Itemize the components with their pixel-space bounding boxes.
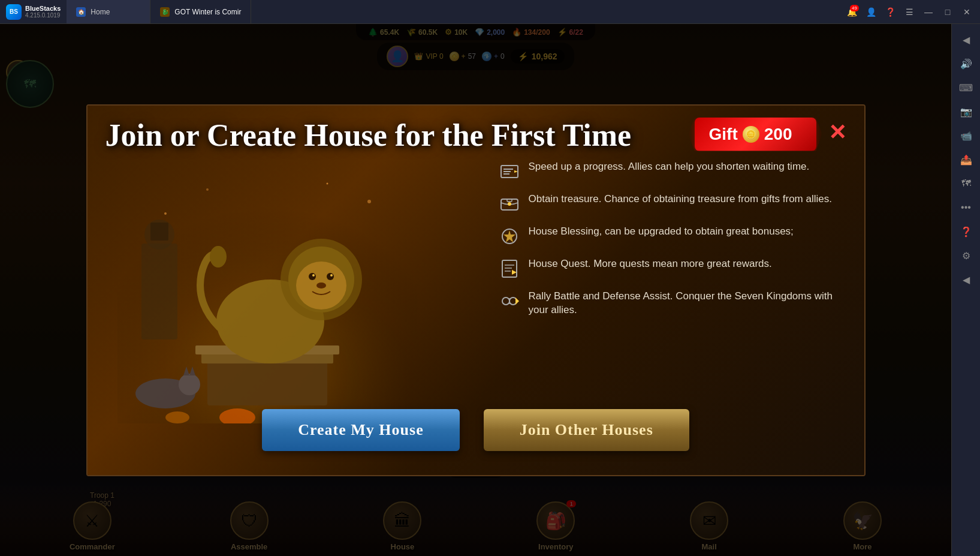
minimize-button[interactable]: —	[920, 4, 937, 20]
svg-point-8	[309, 273, 316, 280]
modal-dialog: Join or Create House for the First Time …	[86, 104, 866, 476]
blessing-icon	[499, 226, 520, 247]
feature-quest: House Quest. More quests mean more great…	[499, 257, 846, 279]
close-button[interactable]: ✕	[958, 4, 975, 20]
svg-marker-43	[512, 270, 517, 275]
feature-list: Speed up a progress. Allies can help you…	[499, 160, 846, 318]
home-tab-icon: 🏠	[76, 7, 86, 17]
feature-blessing: House Blessing, can be upgraded to obtai…	[499, 224, 846, 247]
svg-point-37	[508, 202, 511, 206]
right-sidebar: ◀ 🔊 ⌨ 📷 📹 📤 🗺 ••• ❓ ⚙ ◀	[951, 24, 980, 556]
svg-rect-1	[207, 357, 327, 405]
titlebar-controls: 🔔 49 👤 ❓ ☰ — □ ✕	[839, 4, 980, 20]
bluestacks-icon: BS	[6, 4, 22, 20]
svg-point-10	[312, 274, 315, 277]
svg-point-17	[179, 374, 200, 395]
sidebar-help-icon[interactable]: ❓	[955, 221, 977, 242]
feature-treasure-text: Obtain treasure. Chance of obtaining tre…	[529, 192, 846, 206]
got-tab-label: GOT Winter is Comir	[174, 8, 241, 16]
svg-point-14	[276, 336, 306, 354]
home-tab-label: Home	[91, 8, 110, 16]
tab-got[interactable]: 🐉 GOT Winter is Comir	[150, 0, 251, 23]
feature-rally: Rally Battle and Defense Assist. Conquer…	[499, 289, 846, 318]
bluestacks-logo: BS BlueStacks 4.215.0.1019	[0, 4, 67, 20]
gift-ribbon: Gift 🪙 200	[695, 118, 816, 151]
close-icon: ✕	[828, 120, 846, 145]
svg-point-11	[330, 274, 333, 277]
maximize-button[interactable]: □	[939, 4, 956, 20]
sidebar-settings-icon[interactable]: ⚙	[955, 245, 977, 266]
svg-point-9	[327, 273, 334, 280]
feature-rally-text: Rally Battle and Defense Assist. Conquer…	[529, 289, 846, 318]
create-house-button[interactable]: Create My House	[262, 409, 459, 451]
feature-treasure: Obtain treasure. Chance of obtaining tre…	[499, 192, 846, 215]
sidebar-expand-icon[interactable]: ◀	[955, 29, 977, 50]
menu-icon[interactable]: ☰	[901, 4, 918, 20]
svg-point-27	[367, 200, 371, 203]
notification-badge: 49	[850, 5, 859, 11]
svg-point-29	[206, 188, 209, 191]
sidebar-map-icon[interactable]: 🗺	[955, 173, 977, 194]
modal-overlay: Join or Create House for the First Time …	[0, 24, 951, 556]
quest-icon	[499, 258, 520, 279]
account-icon[interactable]: 👤	[863, 4, 879, 20]
svg-point-13	[228, 336, 258, 354]
svg-marker-48	[515, 297, 519, 305]
svg-point-26	[164, 212, 167, 215]
gift-amount: 200	[764, 125, 792, 144]
sidebar-screenshot-icon[interactable]: 📷	[955, 101, 977, 122]
modal-close-button[interactable]: ✕	[822, 118, 852, 148]
sidebar-volume-icon[interactable]: 🔊	[955, 53, 977, 74]
got-tab-icon: 🐉	[160, 7, 170, 17]
treasure-icon	[499, 193, 520, 215]
feature-speed-up: Speed up a progress. Allies can help you…	[499, 160, 846, 182]
tab-home[interactable]: 🏠 Home	[67, 0, 150, 23]
join-houses-button[interactable]: Join Other Houses	[484, 409, 689, 451]
gift-coin-icon: 🪙	[743, 126, 759, 143]
svg-rect-39	[502, 260, 517, 277]
app-version: 4.215.0.1019	[25, 12, 61, 19]
svg-rect-36	[507, 199, 512, 202]
titlebar: BS BlueStacks 4.215.0.1019 🏠 Home 🐉 GOT …	[0, 0, 980, 24]
feature-speed-up-text: Speed up a progress. Allies can help you…	[529, 160, 846, 174]
speed-up-icon	[499, 161, 520, 182]
sidebar-share-icon[interactable]: 📤	[955, 149, 977, 170]
lion-statue-svg	[117, 154, 417, 423]
modal-buttons: Create My House Join Other Houses	[88, 409, 864, 451]
app-name: BlueStacks	[25, 5, 61, 12]
rally-icon	[499, 290, 520, 312]
svg-point-12	[316, 282, 326, 288]
sidebar-keyboard-icon[interactable]: ⌨	[955, 77, 977, 98]
sidebar-video-icon[interactable]: 📹	[955, 125, 977, 146]
feature-quest-text: House Quest. More quests mean more great…	[529, 257, 846, 271]
feature-blessing-text: House Blessing, can be upgraded to obtai…	[529, 224, 846, 239]
modal-title: Join or Create House for the First Time	[105, 118, 632, 153]
gift-label: Gift	[709, 125, 738, 144]
tab-bar: 🏠 Home 🐉 GOT Winter is Comir	[67, 0, 839, 23]
svg-rect-20	[141, 244, 177, 339]
help-icon[interactable]: ❓	[882, 4, 898, 20]
sidebar-more-icon[interactable]: •••	[955, 197, 977, 218]
svg-rect-22	[150, 223, 168, 241]
svg-point-28	[326, 182, 328, 184]
notifications-icon[interactable]: 🔔 49	[843, 4, 860, 20]
game-area: 🌲 65.4K 🌾 60.5K ⚙ 10K 💎 2,000 🔥 134/200 …	[0, 24, 951, 556]
svg-point-15	[210, 246, 227, 268]
modal-content-panel: Speed up a progress. Allies can help you…	[499, 160, 846, 318]
sidebar-back-icon[interactable]: ◀	[955, 269, 977, 290]
